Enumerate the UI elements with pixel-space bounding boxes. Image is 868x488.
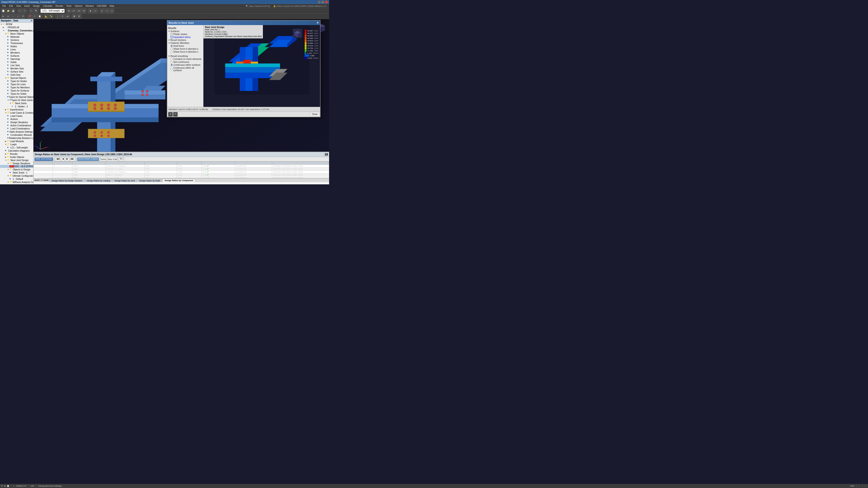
nav-calc-diag[interactable]: ■ Calculation Diagrams bbox=[0, 149, 33, 152]
plastic-strains-check[interactable]: ✓ bbox=[170, 33, 173, 35]
menu-window[interactable]: Window bbox=[84, 4, 95, 7]
nav-sections[interactable]: ■ Sections bbox=[0, 38, 33, 41]
table-row[interactable]: 1 2 Plate Column 1.2 | Flange 1 DS1 CO1 … bbox=[34, 165, 329, 168]
continuous-surfaces-radio[interactable] bbox=[170, 64, 173, 66]
new-btn[interactable]: 📄 bbox=[1, 8, 5, 13]
t2-btn4[interactable]: ⤢ bbox=[16, 14, 20, 19]
minimize-btn[interactable]: _ bbox=[318, 1, 320, 3]
close-btn[interactable]: × bbox=[325, 1, 328, 3]
menu-tools[interactable]: Tools bbox=[65, 4, 73, 7]
t2-btn3[interactable]: ↔ bbox=[11, 14, 16, 19]
t2-mirror[interactable]: ⇌ bbox=[65, 14, 70, 19]
fastener-members-item[interactable]: ▼ Fastener Members bbox=[168, 41, 202, 44]
nav-openings[interactable]: ■ Openings bbox=[0, 57, 33, 61]
t2-delete[interactable]: 🗑 bbox=[72, 14, 76, 19]
bp-nav-back[interactable]: ◀ bbox=[61, 158, 65, 161]
constant-mesh-radio[interactable] bbox=[170, 58, 173, 60]
nav-loads[interactable]: ▼ 📁 Loads bbox=[0, 143, 33, 146]
node-btn[interactable]: ● bbox=[100, 8, 104, 13]
continuous-surfaces-item[interactable]: Continuous within surfaces bbox=[168, 64, 202, 66]
nav-special[interactable]: ▼ 📁 Special Objects bbox=[0, 76, 33, 79]
nav-nodes[interactable]: ■ Nodes bbox=[0, 45, 33, 48]
menu-assign[interactable]: Assign bbox=[32, 4, 41, 7]
nav-surfacesets[interactable]: ■ Surface Sets bbox=[0, 70, 33, 73]
nav-design-situations[interactable]: ▼ 📁 Design Situations bbox=[0, 162, 33, 165]
wire-btn[interactable]: ⬡ bbox=[93, 8, 98, 13]
table-row[interactable]: Plate Column 1.2 | Web DS1 CO1 0.00 ✓ UL… bbox=[34, 168, 329, 170]
nav-design-sit[interactable]: ■ Design Situations bbox=[0, 121, 33, 124]
continuous-all-radio[interactable] bbox=[170, 68, 173, 70]
shear-z-radio[interactable] bbox=[170, 51, 173, 53]
nav-solids[interactable]: ■ Solids bbox=[0, 61, 33, 64]
menu-file[interactable]: File bbox=[1, 4, 7, 7]
bp-analysis-btn[interactable]: Stress-Strain Analysis bbox=[77, 158, 99, 161]
select-btn[interactable]: ↖ bbox=[29, 8, 33, 13]
nav-stiffness-config[interactable]: ▼ 📁 Stiffness Analysis Configurations bbox=[0, 181, 33, 184]
axial-force-item[interactable]: Axial force bbox=[168, 44, 202, 47]
zoom-btn[interactable]: 🔍 bbox=[34, 8, 38, 13]
nav-surfaces[interactable]: ■ Surfaces bbox=[0, 54, 33, 57]
nav-comb-wizards[interactable]: ■ Combination Wizards bbox=[0, 133, 33, 136]
nav-sjd[interactable]: ▼ 📁 Steel Joint Design bbox=[0, 159, 33, 162]
navigator-close[interactable]: ✕ bbox=[31, 20, 32, 22]
nav-steel-joints[interactable]: ▼ 📁 Steel Joints bbox=[0, 102, 33, 105]
constant-mesh-item[interactable]: Constant on mesh elements bbox=[168, 58, 202, 61]
shear-y-item[interactable]: Shear force in direction y bbox=[168, 47, 202, 51]
menu-insert[interactable]: Insert bbox=[23, 4, 31, 7]
t2-btn5[interactable]: ⟳ bbox=[21, 14, 25, 19]
nav-load-wizards[interactable]: ▶ 📁 Load Wizards bbox=[0, 140, 33, 143]
t2-btn1[interactable]: ⊕ bbox=[1, 14, 5, 19]
nav-types-steeljoints[interactable]: ▼ ■ Types for Steel Joints bbox=[0, 98, 33, 102]
plastic-strains-item[interactable]: ✓ Plastic strains bbox=[168, 33, 202, 36]
nav-linesets[interactable]: ■ Line Sets bbox=[0, 64, 33, 67]
axial-force-radio[interactable] bbox=[170, 45, 173, 47]
nav-static-analysis[interactable]: ■ Static Analysis Settings bbox=[0, 130, 33, 133]
bp-nav-fwd[interactable]: ▶ bbox=[65, 158, 69, 161]
nav-obj-design[interactable]: ▼ 📁 Objects to Design bbox=[0, 168, 33, 171]
undo-btn[interactable]: ↩ bbox=[18, 8, 22, 13]
nav-lc1[interactable]: ■ LC1 - Self-weight bbox=[0, 146, 33, 149]
bp-nav-end[interactable]: ▶▶ bbox=[70, 158, 75, 161]
member-btn[interactable]: ━ bbox=[105, 8, 109, 13]
menu-options[interactable]: Options bbox=[73, 4, 84, 7]
surface-btn[interactable]: ▭ bbox=[110, 8, 114, 13]
menu-help[interactable]: Help bbox=[108, 4, 116, 7]
dialog-close-btn[interactable]: ✕ bbox=[316, 21, 319, 24]
result-sections-item[interactable]: ▼ Result Sections bbox=[168, 39, 202, 41]
nav-rfem-root[interactable]: ▼ 🗂 RFEM bbox=[0, 23, 33, 26]
nav-types-solids[interactable]: ■ Types for Solids bbox=[0, 92, 33, 95]
tab-by-joint[interactable]: Design Ratios by Joint bbox=[113, 179, 137, 182]
nav-types-surfaces[interactable]: ■ Types for Surfaces bbox=[0, 89, 33, 92]
menu-edit[interactable]: Edit bbox=[8, 4, 14, 7]
nav-ult-config[interactable]: ▼ 📁 Ultimate Configurations bbox=[0, 174, 33, 177]
bp-nav-prev[interactable]: ◀◀ bbox=[55, 158, 61, 161]
render-btn[interactable]: ■ bbox=[88, 8, 93, 13]
menu-cadbim[interactable]: CAD-BIM bbox=[95, 4, 107, 7]
tab-by-component[interactable]: Design Ratios by Component bbox=[162, 179, 195, 182]
nav-stiffness-1[interactable]: ■ 1 - Initial stiffness | No interactio.… bbox=[0, 184, 33, 184]
nav-rel-loads[interactable]: ■ Relationship Between Load Cases bbox=[0, 136, 33, 140]
nav-types-special[interactable]: ■ Types for Special Objects bbox=[0, 95, 33, 98]
t2-btn8[interactable]: 📋 bbox=[37, 14, 42, 19]
nav-file1[interactable]: ▶ 📄 FRS003.rf6 bbox=[0, 26, 33, 29]
dialog-eye-btn[interactable]: 👁 bbox=[168, 112, 173, 117]
view-yz-btn[interactable]: YZ bbox=[82, 8, 86, 13]
nav-membersets[interactable]: ■ Member Sets bbox=[0, 67, 33, 70]
continuous-all-item[interactable]: Continuous within all surfaces bbox=[168, 66, 202, 72]
table-row[interactable]: Plate Column 1.2 | Flange 2 DS1 CO1 0.00… bbox=[34, 170, 329, 173]
bottom-table-container[interactable]: Joint No. Node No. Component Type Compon… bbox=[33, 162, 329, 178]
nav-results[interactable]: ▶ 📁 Results bbox=[0, 152, 33, 156]
redo-btn[interactable]: ↪ bbox=[22, 8, 27, 13]
view-xy-btn[interactable]: XY bbox=[72, 8, 76, 13]
dialog-3d-view[interactable]: Steel Joint Design Steel Joint No. 1 Nod… bbox=[204, 25, 320, 107]
tab-by-situation[interactable]: Design Ratios by Design Situation bbox=[50, 179, 84, 182]
nav-sj-1[interactable]: ● 1 - Nodes : 2 bbox=[0, 105, 33, 108]
non-continuous-item[interactable]: Non-continuous bbox=[168, 61, 202, 64]
menu-view[interactable]: View bbox=[15, 4, 22, 7]
t2-props[interactable]: ⚙ bbox=[77, 14, 81, 19]
nav-load-comb[interactable]: ■ Load Combinations bbox=[0, 127, 33, 130]
nav-thicknesses[interactable]: ■ Thicknesses bbox=[0, 41, 33, 45]
navigator-content[interactable]: ▼ 🗂 RFEM ▶ 📄 FRS003.rf6 ▼ 📄 Craneway_Con… bbox=[0, 23, 33, 184]
nav-types-lines[interactable]: ■ Types for Lines bbox=[0, 83, 33, 86]
bp-module-btn[interactable]: Steel Joint Design bbox=[34, 158, 53, 161]
